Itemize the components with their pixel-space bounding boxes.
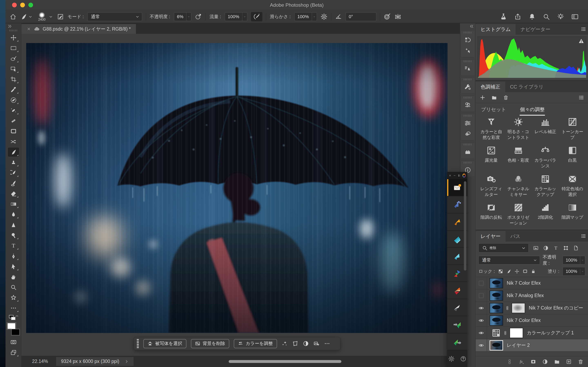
document-tab[interactable]: G88.psdc @ 22.1% (レイヤー 2, RGB/8) * xyxy=(21,24,136,34)
canvas-area[interactable]: 被写体を選択 背景を削除 カラーを調整 xyxy=(21,34,460,356)
visibility-toggle[interactable] xyxy=(476,290,487,301)
adjustment-gradient-map[interactable]: 階調マップ xyxy=(559,203,586,226)
move-tool[interactable] xyxy=(8,33,19,42)
layer-name[interactable]: カラールックアップ 1 xyxy=(527,330,574,336)
layer-fill-input[interactable]: 100% xyxy=(563,267,585,276)
brush-settings-icon[interactable] xyxy=(57,13,64,20)
filter-type-layers-icon[interactable]: T xyxy=(553,245,559,251)
help-icon[interactable] xyxy=(460,356,467,362)
adjustment-selective-color[interactable]: 特定色域の選択 xyxy=(559,174,586,197)
panel-settings-icon[interactable] xyxy=(458,174,460,177)
blur-tool[interactable] xyxy=(8,210,19,219)
panel-grip[interactable] xyxy=(464,32,472,33)
patch-tool[interactable] xyxy=(8,116,19,125)
eraser-tool[interactable] xyxy=(8,189,19,198)
layer-mask-thumbnail[interactable] xyxy=(512,303,525,313)
pressure-opacity-icon[interactable] xyxy=(195,13,202,20)
layer-style-fx-icon[interactable]: fx xyxy=(519,359,524,365)
gradient-tool[interactable] xyxy=(8,200,19,209)
swap-colors-icon[interactable] xyxy=(15,315,19,319)
generative-sparkle-icon[interactable] xyxy=(282,341,288,347)
healing-brush-tool[interactable] xyxy=(8,106,19,115)
adjustment-curves[interactable]: トーンカーブ xyxy=(559,117,586,140)
layer-row[interactable]: Nik 7 Color Efex xyxy=(476,314,588,327)
actions-panel-button[interactable] xyxy=(462,45,473,56)
beta-flask-icon[interactable] xyxy=(500,13,507,20)
layer-name[interactable]: Nik 7 Analog Efex xyxy=(507,293,544,298)
color-lookup-layer-icon[interactable] xyxy=(491,328,501,338)
tab-paths[interactable]: パス xyxy=(506,231,525,242)
foreground-color-swatch[interactable] xyxy=(7,323,16,329)
home-icon[interactable] xyxy=(9,13,17,20)
airbrush-toggle[interactable] xyxy=(251,12,262,21)
quick-mask-button[interactable] xyxy=(8,337,19,347)
add-adjustment-icon[interactable] xyxy=(480,95,485,100)
screen-mode-button[interactable] xyxy=(8,348,19,357)
content-aware-move-tool[interactable] xyxy=(8,137,19,146)
gear-icon[interactable] xyxy=(320,13,328,20)
gear-icon[interactable] xyxy=(448,356,455,362)
dodge-tool[interactable] xyxy=(8,231,19,240)
task-bar-grip[interactable] xyxy=(137,339,139,348)
layer-thumbnail[interactable] xyxy=(490,278,503,288)
adjustment-levels[interactable]: レベル補正 xyxy=(532,117,559,140)
eyedropper-tool[interactable] xyxy=(8,85,19,94)
layer-thumbnail[interactable] xyxy=(490,303,503,313)
adjustment-color-balance[interactable]: カラーバランス xyxy=(532,146,559,169)
adjustment-black-white[interactable]: 白黒 xyxy=(559,146,586,169)
chevron-down-icon[interactable] xyxy=(580,269,585,274)
panel-menu-icon[interactable] xyxy=(579,95,584,100)
properties-panel-button[interactable] xyxy=(462,118,473,128)
hand-tool[interactable] xyxy=(8,272,19,282)
flow-input[interactable]: 100% xyxy=(225,12,247,21)
adjustment-hue-saturation[interactable]: 色相・彩度 xyxy=(505,146,532,169)
channels-panel-button[interactable] xyxy=(462,128,473,139)
layer-blend-mode-select[interactable]: 通常 xyxy=(479,256,540,264)
visibility-toggle[interactable] xyxy=(476,327,487,339)
panel-grip[interactable] xyxy=(464,78,472,80)
mask-link-icon[interactable] xyxy=(503,330,508,336)
history-panel-button[interactable] xyxy=(462,35,473,45)
history-brush-tool[interactable] xyxy=(8,168,19,178)
nik-plugin-sharpener[interactable] xyxy=(447,282,467,299)
select-subject-button[interactable]: 被写体を選択 xyxy=(143,339,186,348)
blend-mode-select[interactable]: 通常 xyxy=(87,12,142,21)
plugins-panel-button[interactable] xyxy=(462,147,473,157)
panel-grip[interactable] xyxy=(464,143,472,145)
clone-stamp-tool[interactable] xyxy=(8,158,19,167)
shape-tool[interactable] xyxy=(8,293,19,302)
canvas-horizontal-scrollbar[interactable] xyxy=(229,360,341,363)
visibility-toggle[interactable] xyxy=(476,302,487,314)
filter-adjustment-layers-icon[interactable] xyxy=(543,245,549,251)
brush-tool-icon[interactable] xyxy=(20,13,27,20)
type-tool[interactable]: T xyxy=(8,241,19,250)
canvas-image[interactable] xyxy=(26,43,448,333)
layer-filter-select[interactable]: 種類 xyxy=(479,243,528,252)
layer-thumbnail[interactable] xyxy=(490,315,503,325)
frame-tool[interactable] xyxy=(8,127,19,136)
brush-tool-active[interactable] xyxy=(8,147,19,157)
mixer-brush-tool[interactable] xyxy=(8,179,19,188)
chevron-down-icon[interactable] xyxy=(580,256,585,264)
filter-smart-objects-icon[interactable] xyxy=(573,245,579,251)
adjust-color-button[interactable]: カラーを調整 xyxy=(234,339,277,348)
mask-link-icon[interactable] xyxy=(505,305,510,311)
chevron-right-icon[interactable] xyxy=(125,359,129,364)
add-image-icon[interactable] xyxy=(313,341,320,347)
adjustment-color-lookup[interactable]: カラールックアップ xyxy=(532,174,559,197)
nik-panel-scrollbar[interactable] xyxy=(464,181,466,271)
document-info[interactable]: 9324 px x 6000 px (300 ppi) xyxy=(56,357,134,366)
clone-source-panel-button[interactable] xyxy=(462,63,473,74)
chevron-down-icon[interactable] xyxy=(312,13,317,21)
expand-toolbar-icon[interactable] xyxy=(8,24,12,29)
toolbar-grip[interactable] xyxy=(9,30,17,31)
layer-thumbnail[interactable] xyxy=(490,291,503,301)
lock-pixels-icon[interactable] xyxy=(506,269,511,274)
layer-mask-thumbnail[interactable] xyxy=(510,328,523,338)
opacity-input[interactable]: 6% xyxy=(174,12,191,21)
nik-plugin-dfine-in[interactable] xyxy=(447,316,467,333)
filter-shape-layers-icon[interactable] xyxy=(563,245,569,251)
chevron-down-icon[interactable] xyxy=(242,13,247,21)
minimize-icon[interactable] xyxy=(453,174,456,177)
panel-menu-icon[interactable] xyxy=(581,26,586,32)
